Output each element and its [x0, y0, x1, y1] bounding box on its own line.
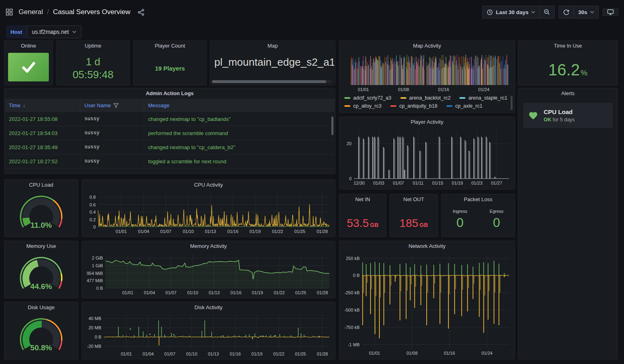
chevron-down-icon [590, 11, 594, 13]
table-row[interactable]: 2022-01-27 18:27:52sussytoggled a scramb… [5, 154, 335, 168]
dashboards-grid-icon[interactable] [6, 8, 13, 16]
time-in-use-unit: % [580, 69, 587, 77]
grafana-dashboard: General / Casual Servers Overview L [0, 0, 624, 364]
column-header-time[interactable]: Time↓ [5, 99, 80, 112]
svg-text:01/13: 01/13 [205, 229, 216, 234]
table-row[interactable]: 2022-01-27 18:54:03sussyperformed the sc… [5, 126, 335, 140]
panel-disk-usage-gauge: Disk Usage 50.8% [4, 302, 78, 360]
svg-text:01/22: 01/22 [274, 290, 285, 295]
panel-title-time-in-use[interactable]: Time In Use [518, 41, 618, 51]
tv-mode-button[interactable] [603, 8, 618, 16]
cpu-load-gauge: 11.0% [8, 191, 75, 235]
chevron-down-icon [72, 31, 76, 33]
uptime-value: 1 d 05:59:48 [73, 55, 113, 81]
svg-text:0 B: 0 B [96, 286, 103, 291]
svg-text:01/15: 01/15 [432, 181, 444, 185]
svg-text:0 B: 0 B [94, 335, 101, 339]
svg-text:01/25: 01/25 [295, 290, 306, 295]
alert-item[interactable]: CPU LoadOK for 5 days [523, 103, 613, 128]
legend-swatch [344, 97, 350, 99]
share-icon[interactable] [138, 9, 144, 16]
panel-title-disk-activity[interactable]: Disk Activity [82, 302, 335, 313]
legend-swatch [446, 105, 452, 107]
legend-item[interactable]: cp_alloy_rc3 [344, 103, 381, 109]
svg-text:0: 0 [349, 176, 352, 181]
panel-title-player-activity[interactable]: Player Activity [339, 117, 515, 127]
column-header-message[interactable]: Message [144, 99, 335, 112]
legend-item[interactable]: arena_backlot_rc2 [400, 95, 451, 101]
time-range-picker[interactable]: Last 30 days [482, 6, 540, 19]
log-user: sussy [80, 154, 144, 168]
legend-label: adctf_scrly72_a3 [353, 95, 392, 101]
log-message: performed the scramble command [144, 126, 335, 140]
svg-text:01/10: 01/10 [183, 229, 194, 234]
svg-text:01/04: 01/04 [142, 352, 154, 356]
player-count-value: 19 Players [155, 65, 185, 72]
legend-label: cp_axle_rc1 [455, 103, 482, 109]
panel-title-cpu-load[interactable]: CPU Load [4, 180, 78, 190]
table-row[interactable]: 2022-01-27 18:55:08sussychanged nextmap … [5, 112, 335, 126]
svg-text:-500 kB: -500 kB [344, 308, 360, 312]
cpu-activity-chart[interactable]: 00.20.40.60.801/0101/0401/0701/1001/1301… [84, 190, 333, 235]
legend-item[interactable]: cp_axle_rc1 [446, 103, 482, 109]
legend-swatch [344, 105, 350, 107]
chevron-down-icon [531, 11, 535, 13]
svg-text:01/10: 01/10 [187, 290, 199, 295]
svg-text:0.6: 0.6 [90, 202, 96, 207]
panel-title-alerts[interactable]: Alerts [518, 88, 618, 99]
breadcrumb-folder[interactable]: General [19, 8, 43, 16]
memory-use-gauge: 44.6% [8, 252, 75, 296]
map-horizontal-scrollbar[interactable] [212, 80, 331, 83]
panel-title-network-activity[interactable]: Network Activity [339, 241, 515, 252]
table-vertical-scrollbar[interactable] [331, 116, 334, 135]
svg-text:01/23: 01/23 [471, 181, 483, 185]
host-variable-label[interactable]: Host [6, 25, 27, 38]
legend-item[interactable]: cp_antiquity_b18 [390, 103, 438, 109]
panel-title-net-out[interactable]: Net OUT [390, 194, 438, 205]
svg-text:01/04: 01/04 [144, 290, 155, 295]
panel-title-disk-usage[interactable]: Disk Usage [4, 302, 78, 313]
svg-text:01/16: 01/16 [230, 290, 242, 295]
legend-scrollbar[interactable] [511, 96, 513, 110]
breadcrumb-separator: / [47, 8, 49, 16]
memory-activity-chart[interactable]: 0 B477 MiB954 MiB1 GiB2 GiB01/0101/0401/… [84, 252, 333, 296]
packet-loss-egress-value: 0 [490, 215, 503, 230]
svg-text:01/22: 01/22 [273, 352, 285, 356]
legend-item[interactable]: adctf_scrly72_a3 [344, 95, 392, 101]
table-row[interactable]: 2022-01-27 18:35:49sussychanged nextmap … [5, 140, 335, 154]
panel-title-admin-logs[interactable]: Admin Action Logs [4, 88, 335, 99]
zoom-out-button[interactable] [540, 6, 555, 19]
log-user: sussy [80, 112, 144, 126]
network-activity-chart[interactable]: 250 kB0 B-250 kB-500 kB-750 kB-1 MB01/01… [342, 252, 512, 357]
svg-text:01/24: 01/24 [478, 87, 490, 92]
svg-text:40 MB: 40 MB [88, 316, 101, 321]
panel-title-net-in[interactable]: Net IN [339, 194, 386, 205]
admin-logs-table: Time↓User NameMessage2022-01-27 18:55:08… [5, 99, 335, 173]
log-time: 2022-01-27 18:54:03 [5, 126, 80, 140]
refresh-button[interactable] [559, 6, 574, 19]
panel-title-memory-use[interactable]: Memory Use [4, 241, 78, 252]
map-activity-chart[interactable]: 01/0101/0801/1601/24 [342, 52, 511, 93]
panel-memory-activity: Memory Activity 0 B477 MiB954 MiB1 GiB2 … [82, 241, 335, 298]
svg-text:01/01: 01/01 [369, 351, 380, 356]
refresh-interval-picker[interactable]: 30s [574, 6, 599, 19]
panel-title-map-activity[interactable]: Map Activity [339, 41, 515, 51]
panel-title-player-count[interactable]: Player Count [134, 41, 206, 51]
panel-title-map[interactable]: Map [210, 41, 335, 51]
legend-label: arena_backlot_rc2 [409, 95, 451, 101]
panel-title-cpu-activity[interactable]: CPU Activity [82, 180, 335, 190]
disk-activity-chart[interactable]: -20 MB0 B20 MB40 MB01/0101/0401/0701/100… [84, 313, 333, 358]
panel-packet-loss: Packet Loss Ingress 0 Egress 0 [441, 194, 515, 237]
legend-item[interactable]: arena_staple_rc1 [459, 95, 507, 101]
player-activity-chart[interactable]: 02012/3001/0301/0701/1101/1501/1901/2301… [342, 128, 512, 187]
svg-text:01/01: 01/01 [116, 229, 127, 234]
host-variable-dropdown[interactable]: us.tf2maps.net [27, 25, 82, 38]
panel-title-packet-loss[interactable]: Packet Loss [442, 194, 515, 205]
breadcrumb-dashboard-title[interactable]: Casual Servers Overview [53, 8, 130, 16]
panel-title-online[interactable]: Online [4, 41, 52, 51]
column-header-user-name[interactable]: User Name [80, 99, 144, 112]
panel-net-out: Net OUT 185 GB [389, 194, 438, 237]
log-time: 2022-01-27 18:35:49 [5, 140, 80, 154]
panel-title-uptime[interactable]: Uptime [57, 41, 130, 51]
panel-title-memory-activity[interactable]: Memory Activity [82, 241, 335, 252]
